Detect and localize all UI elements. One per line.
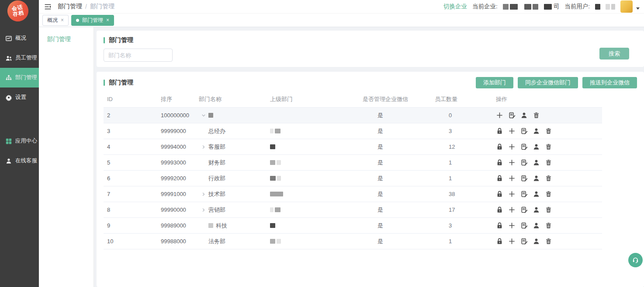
sidebar-item-label: 部门管理 (15, 74, 37, 81)
lock-icon[interactable] (496, 222, 503, 229)
lock-icon[interactable] (496, 206, 503, 214)
breadcrumb-item[interactable]: 部门管理 (58, 3, 82, 10)
edit-icon[interactable] (520, 190, 528, 198)
cell-sort: 99991000 (157, 191, 199, 197)
cell-department-name: 法务部 (199, 238, 267, 245)
menu-fold-icon[interactable] (44, 3, 52, 10)
online-support-icon (5, 158, 12, 164)
subsidebar-item-departments[interactable]: 部门管理 (39, 27, 93, 43)
user-avatar[interactable] (620, 0, 633, 13)
expand-toggle-icon[interactable] (199, 144, 208, 150)
add-sub-department-icon[interactable] (508, 206, 516, 214)
cell-parent-department (267, 129, 358, 133)
redacted-user-name (595, 4, 615, 10)
sidebar-item-settings[interactable]: 设置 (0, 88, 39, 107)
add-department-button[interactable]: 添加部门 (476, 77, 513, 88)
cell-id: 8 (104, 206, 157, 213)
delete-icon[interactable] (533, 112, 540, 119)
cell-department-name: 科技 (199, 222, 267, 230)
edit-icon[interactable] (508, 112, 516, 119)
lock-icon[interactable] (496, 238, 503, 245)
breadcrumb: 部门管理 / 部门管理 (58, 3, 114, 10)
sidebar-item-departments[interactable]: 部门管理 (0, 68, 39, 88)
lock-icon[interactable] (496, 127, 503, 135)
headset-support-icon (631, 256, 640, 264)
overview-chart-icon (5, 35, 12, 42)
delete-icon[interactable] (545, 206, 552, 214)
department-name-input[interactable] (104, 49, 173, 62)
push-to-wechat-button[interactable]: 推送到企业微信 (582, 77, 637, 88)
add-sub-department-icon[interactable] (508, 127, 516, 135)
delete-icon[interactable] (545, 175, 552, 182)
edit-icon[interactable] (520, 159, 528, 166)
edit-icon[interactable] (520, 238, 528, 245)
expand-toggle-icon[interactable] (199, 192, 208, 197)
redacted-department-name (208, 113, 213, 118)
sidebar-item-online-support[interactable]: 在线客服 (0, 151, 39, 171)
table-row: 599993000财务部是1 (104, 155, 602, 171)
expand-toggle-icon[interactable] (199, 207, 208, 213)
switch-company-link[interactable]: 切换企业 (443, 3, 467, 10)
table-row: 1099988000法务部是1 (104, 234, 602, 249)
search-button[interactable]: 搜索 (599, 48, 629, 60)
cell-actions (489, 159, 602, 166)
add-sub-department-icon[interactable] (508, 143, 516, 150)
support-float-button[interactable] (628, 253, 643, 267)
lock-icon[interactable] (496, 175, 503, 182)
lock-icon[interactable] (496, 159, 503, 166)
members-icon[interactable] (533, 222, 540, 229)
search-card-title-text: 部门管理 (109, 36, 133, 44)
close-icon[interactable]: × (61, 17, 64, 23)
sidebar-item-overview[interactable]: 概况 (0, 28, 39, 48)
current-user-label: 当前用户: (564, 3, 590, 10)
redacted-company-name (503, 4, 552, 10)
department-name-text: 财务部 (208, 159, 225, 167)
edit-icon[interactable] (520, 222, 528, 229)
edit-icon[interactable] (520, 143, 528, 150)
members-icon[interactable] (533, 206, 540, 214)
delete-icon[interactable] (545, 159, 552, 166)
table-row: 999989000科技是3 (104, 218, 602, 234)
caret-down-icon[interactable] (636, 7, 640, 10)
add-sub-department-icon[interactable] (508, 175, 516, 182)
cell-employee-count: 0 (430, 112, 489, 119)
sidebar-item-app-center[interactable]: 应用中心 (0, 131, 39, 151)
add-sub-department-icon[interactable] (508, 159, 516, 166)
members-icon[interactable] (533, 159, 540, 166)
delete-icon[interactable] (545, 222, 552, 229)
add-sub-department-icon[interactable] (508, 238, 516, 245)
edit-icon[interactable] (520, 206, 528, 214)
lock-icon[interactable] (496, 190, 503, 198)
cell-parent-department (267, 160, 358, 165)
add-sub-department-icon[interactable] (508, 222, 516, 229)
tab-departments[interactable]: 部门管理 × (71, 15, 114, 26)
close-icon[interactable]: × (106, 17, 109, 23)
members-icon[interactable] (520, 112, 528, 119)
cell-manages-wechat: 是 (358, 206, 430, 214)
cell-id: 10 (104, 238, 157, 245)
cell-id: 7 (104, 191, 157, 197)
column-header-name: 部门名称 (199, 95, 267, 103)
tab-overview[interactable]: 概况 × (42, 15, 69, 26)
edit-icon[interactable] (520, 175, 528, 182)
cell-id: 6 (104, 175, 157, 182)
members-icon[interactable] (533, 175, 540, 182)
lock-icon[interactable] (496, 143, 503, 150)
collapse-toggle-icon[interactable] (199, 113, 208, 118)
edit-icon[interactable] (520, 127, 528, 135)
delete-icon[interactable] (545, 190, 552, 198)
delete-icon[interactable] (545, 143, 552, 150)
members-icon[interactable] (533, 127, 540, 135)
members-icon[interactable] (533, 143, 540, 150)
add-sub-department-icon[interactable] (508, 190, 516, 198)
app-root: 会话 存档 概况 员工管理 部门管理 (0, 0, 644, 287)
cell-employee-count: 1 (430, 175, 489, 182)
cell-id: 2 (104, 112, 157, 119)
members-icon[interactable] (533, 190, 540, 198)
delete-icon[interactable] (545, 238, 552, 245)
sidebar-item-employees[interactable]: 员工管理 (0, 48, 39, 68)
delete-icon[interactable] (545, 127, 552, 135)
members-icon[interactable] (533, 238, 540, 245)
sync-wechat-departments-button[interactable]: 同步企业微信部门 (518, 77, 578, 88)
add-sub-department-icon[interactable] (496, 112, 503, 119)
